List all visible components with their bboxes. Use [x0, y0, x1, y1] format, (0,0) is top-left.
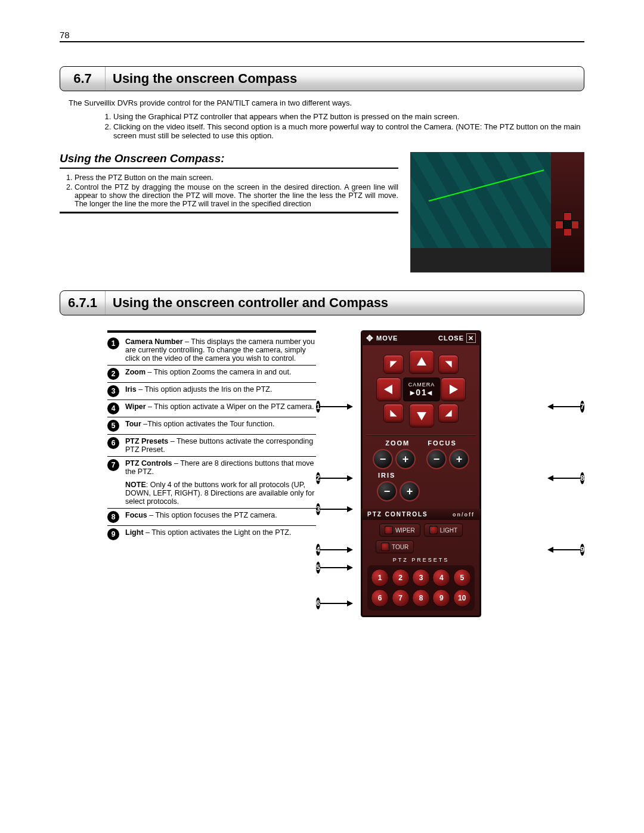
section-header-6-7: 6.7 Using the onscreen Compass	[60, 66, 584, 91]
page-number: 78	[60, 30, 70, 40]
preset-button[interactable]: 8	[412, 589, 430, 607]
annotation-table: 1 Camera Number – This displays the came…	[107, 330, 316, 543]
camera-number-value: ▸01◂	[410, 388, 433, 397]
badge-5: 5	[107, 420, 119, 432]
dir-down-button[interactable]	[409, 404, 434, 428]
focus-in-button[interactable]: +	[449, 449, 469, 469]
close-label: CLOSE	[438, 335, 464, 342]
section-title: Using the onscreen controller and Compas…	[105, 291, 388, 315]
badge-6: 6	[107, 437, 119, 449]
callout-badge: 6	[316, 597, 320, 609]
direction-pad: CAMERA ▸01◂	[376, 350, 466, 428]
method-item: Clicking on the video itself. This secon…	[113, 122, 584, 140]
preset-button[interactable]: 5	[453, 569, 471, 587]
camera-label: CAMERA	[408, 382, 435, 388]
method-item: Using the Graphical PTZ controller that …	[113, 112, 584, 121]
ptz-controller-panel: ✥ MOVE CLOSE ✕ CAMERA	[361, 330, 481, 617]
subhead: Using the Onscreen Compass:	[60, 152, 398, 169]
presets-label: PTZ PRESETS	[361, 557, 481, 563]
wiper-button[interactable]: WIPER	[379, 524, 420, 537]
callout-badge: 8	[580, 472, 584, 484]
section-title: Using the onscreen Compass	[105, 67, 297, 91]
badge-9: 9	[107, 528, 119, 540]
section-number: 6.7	[60, 71, 105, 86]
callout-badge: 1	[316, 401, 320, 413]
callout-badge: 7	[580, 401, 584, 413]
preset-button[interactable]: 6	[371, 589, 389, 607]
ptz-controls-bar[interactable]: PTZ CONTROLSon/off	[361, 509, 481, 520]
iris-label: IRIS	[378, 472, 395, 479]
close-icon[interactable]: ✕	[466, 333, 476, 343]
step-item: Control the PTZ by dragging the mouse on…	[75, 183, 398, 208]
callout-badge: 5	[316, 562, 320, 574]
badge-1: 1	[107, 337, 119, 349]
focus-out-button[interactable]: −	[426, 449, 447, 469]
zoom-label: ZOOM	[385, 439, 410, 447]
preset-button[interactable]: 7	[392, 589, 410, 607]
step-item: Press the PTZ Button on the main screen.	[75, 174, 398, 182]
intro-text: The Surveillix DVRs provide control for …	[69, 98, 584, 107]
iris-close-button[interactable]: −	[377, 481, 397, 501]
preset-grid: 1 2 3 4 5 6 7 8 9 10	[367, 565, 475, 611]
section-header-6-7-1: 6.7.1 Using the onscreen controller and …	[60, 290, 584, 315]
compass-screenshot	[410, 152, 584, 272]
badge-8: 8	[107, 511, 119, 523]
preset-button[interactable]: 3	[412, 569, 430, 587]
badge-4: 4	[107, 402, 119, 414]
dir-down-right-button[interactable]	[438, 404, 459, 423]
section-number: 6.7.1	[60, 295, 105, 311]
methods-list: Using the Graphical PTZ controller that …	[113, 112, 584, 140]
preset-button[interactable]: 4	[432, 569, 450, 587]
preset-button[interactable]: 9	[432, 589, 450, 607]
zoom-out-button[interactable]: −	[373, 449, 393, 469]
zoom-in-button[interactable]: +	[395, 449, 416, 469]
focus-label: FOCUS	[428, 439, 457, 447]
dir-up-right-button[interactable]	[438, 355, 459, 374]
callout-badge: 9	[580, 544, 584, 556]
dir-down-left-button[interactable]	[383, 404, 404, 423]
move-icon[interactable]: ✥	[366, 333, 374, 343]
dir-up-button[interactable]	[409, 350, 434, 374]
iris-open-button[interactable]: +	[400, 481, 420, 501]
tour-button[interactable]: TOUR	[376, 540, 414, 553]
callout-badge: 2	[316, 472, 320, 484]
camera-display[interactable]: CAMERA ▸01◂	[403, 377, 440, 401]
preset-button[interactable]: 1	[371, 569, 389, 587]
badge-7: 7	[107, 459, 119, 471]
preset-button[interactable]: 2	[392, 569, 410, 587]
dir-right-button[interactable]	[441, 377, 466, 401]
move-label: MOVE	[376, 335, 398, 342]
badge-3: 3	[107, 385, 119, 397]
dir-up-left-button[interactable]	[383, 355, 404, 374]
preset-button[interactable]: 10	[453, 589, 471, 607]
callout-badge: 4	[316, 544, 320, 556]
steps-list: Press the PTZ Button on the main screen.…	[60, 174, 398, 208]
light-button[interactable]: LIGHT	[424, 524, 463, 537]
dir-left-button[interactable]	[376, 377, 401, 401]
badge-2: 2	[107, 368, 119, 380]
callout-badge: 3	[316, 503, 320, 515]
